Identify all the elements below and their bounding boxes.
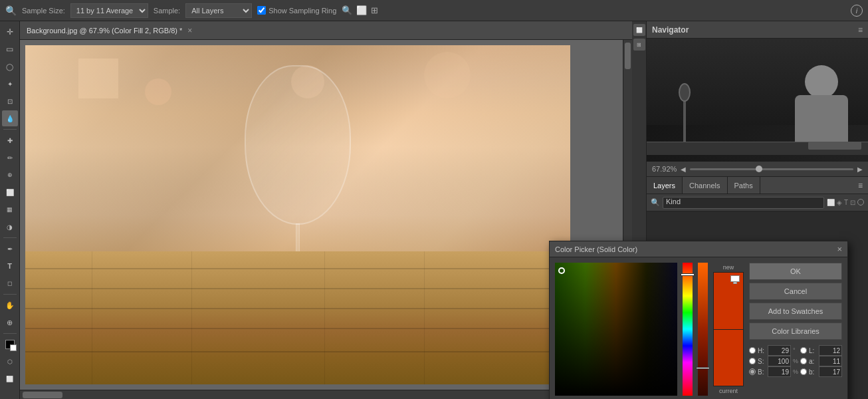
cancel-button[interactable]: Cancel bbox=[749, 283, 842, 300]
toolbar-icons: 🔍 ⬜ ⊞ bbox=[342, 5, 378, 15]
quick-mask-tool[interactable]: ⬡ bbox=[2, 354, 18, 370]
ok-button[interactable]: OK bbox=[749, 263, 842, 280]
move-tool[interactable]: ✛ bbox=[2, 24, 18, 40]
color-picker-close-button[interactable]: × bbox=[837, 244, 842, 254]
pen-tool[interactable]: ✒ bbox=[2, 241, 18, 257]
a-field-row: a: bbox=[800, 356, 842, 366]
canvas-image bbox=[25, 45, 570, 384]
text-tool[interactable]: T bbox=[2, 258, 18, 274]
filter-text-icon[interactable]: T bbox=[844, 199, 848, 206]
sample-select[interactable]: All Layers bbox=[185, 3, 252, 18]
canvas-content[interactable] bbox=[20, 40, 632, 399]
panel-icon-1[interactable]: ⬜ bbox=[633, 24, 645, 36]
crop-tool[interactable]: ⊡ bbox=[2, 93, 18, 109]
hue-slider[interactable] bbox=[683, 263, 693, 396]
info-icon[interactable]: i bbox=[851, 5, 863, 17]
hue-value[interactable] bbox=[768, 345, 791, 356]
panel-icon-2[interactable]: ⊞ bbox=[633, 39, 645, 51]
foreground-color[interactable] bbox=[2, 336, 18, 352]
filter-adjust-icon[interactable]: ◈ bbox=[837, 199, 842, 206]
a-value[interactable] bbox=[819, 356, 842, 366]
eyedropper-tool[interactable]: 💧 bbox=[2, 110, 18, 126]
show-sampling-ring-label[interactable]: Show Sampling Ring bbox=[257, 6, 336, 15]
wood-grain-4 bbox=[424, 251, 425, 384]
filter-smart-icon[interactable] bbox=[857, 199, 864, 205]
marquee-tool[interactable]: ▭ bbox=[2, 41, 18, 57]
filter-shape-icon[interactable]: ⊡ bbox=[850, 199, 855, 206]
nav-keyboard bbox=[808, 142, 861, 150]
color-libraries-button[interactable]: Color Libraries bbox=[749, 323, 842, 340]
b-field-row: b: bbox=[800, 366, 842, 377]
zoom-slider-thumb bbox=[756, 166, 762, 172]
opacity-slider[interactable] bbox=[698, 263, 708, 396]
l-label: L: bbox=[809, 347, 817, 354]
color-fields: H: ° S: % B: % bbox=[749, 345, 842, 377]
navigator-header: Navigator ≡ bbox=[647, 21, 868, 39]
horizontal-scroll-thumb[interactable] bbox=[23, 392, 62, 398]
hand-tool[interactable]: ✋ bbox=[2, 297, 18, 313]
search-toolbar-icon[interactable]: 🔍 bbox=[342, 5, 352, 15]
b2-value[interactable] bbox=[819, 366, 842, 377]
tool-divider-1 bbox=[3, 129, 17, 130]
kind-search-input[interactable]: Kind bbox=[663, 197, 824, 209]
nav-body bbox=[795, 95, 848, 148]
l-radio[interactable] bbox=[800, 347, 807, 354]
canvas-tab-close[interactable]: × bbox=[187, 26, 192, 35]
color-gradient-background bbox=[555, 263, 677, 396]
show-sampling-ring-checkbox[interactable] bbox=[257, 6, 266, 15]
zoom-slider-track[interactable] bbox=[690, 168, 853, 170]
arrange-icon[interactable]: ⊞ bbox=[371, 5, 378, 15]
canvas-area: Background.jpg @ 67.9% (Color Fill 2, RG… bbox=[20, 21, 632, 399]
navigator-menu-icon[interactable]: ≡ bbox=[858, 25, 863, 35]
zoom-plus-icon[interactable]: ▶ bbox=[857, 166, 863, 173]
vertical-scroll-thumb[interactable] bbox=[625, 43, 631, 69]
zoom-tool[interactable]: ⊕ bbox=[2, 315, 18, 331]
nav-mic-head bbox=[679, 83, 691, 102]
tool-divider-3 bbox=[3, 294, 17, 295]
quick-select-tool[interactable]: ✦ bbox=[2, 76, 18, 92]
tool-divider-2 bbox=[3, 237, 17, 238]
nav-head bbox=[805, 65, 838, 98]
filter-pixel-icon[interactable]: ⬜ bbox=[827, 199, 835, 206]
brightness-value[interactable] bbox=[768, 366, 791, 377]
lasso-tool[interactable]: ◯ bbox=[2, 59, 18, 74]
gradient-tool[interactable]: ▦ bbox=[2, 201, 18, 217]
brush-tool[interactable]: ✏ bbox=[2, 150, 18, 166]
eraser-tool[interactable]: ⬜ bbox=[2, 184, 18, 200]
nav-person-silhouette bbox=[788, 65, 855, 152]
color-picker-gradient-area[interactable] bbox=[555, 263, 677, 396]
tab-channels[interactable]: Channels bbox=[683, 177, 727, 194]
healing-tool[interactable]: ✚ bbox=[2, 132, 18, 148]
saturation-value[interactable] bbox=[768, 356, 791, 366]
wood-plank-5 bbox=[25, 351, 570, 352]
brightness-label: B: bbox=[758, 368, 766, 376]
wood-grain-2 bbox=[191, 251, 192, 384]
a-label: a: bbox=[809, 358, 817, 365]
color-picker-title: Color Picker (Solid Color) bbox=[555, 245, 637, 253]
saturation-field-row: S: % bbox=[749, 356, 798, 366]
screen-mode-tool[interactable]: ⬜ bbox=[2, 371, 18, 387]
wood-grain-1 bbox=[92, 251, 92, 384]
dodge-tool[interactable]: ◑ bbox=[2, 219, 18, 235]
b2-radio[interactable] bbox=[800, 368, 807, 375]
l-value[interactable] bbox=[819, 345, 842, 356]
tab-layers[interactable]: Layers bbox=[647, 177, 683, 194]
bokeh-circle-4 bbox=[424, 52, 471, 98]
color-picker-right-panel: OK Cancel Add to Swatches Color Librarie… bbox=[749, 263, 842, 396]
a-radio[interactable] bbox=[800, 358, 807, 364]
brightness-unit: % bbox=[793, 368, 798, 375]
add-to-swatches-button[interactable]: Add to Swatches bbox=[749, 303, 842, 320]
clone-tool[interactable]: ⊕ bbox=[2, 167, 18, 183]
tab-paths[interactable]: Paths bbox=[728, 177, 760, 194]
hue-radio[interactable] bbox=[749, 347, 756, 354]
shape-tool[interactable]: ◻ bbox=[2, 275, 18, 291]
layers-menu-button[interactable]: ≡ bbox=[853, 181, 868, 190]
saturation-radio[interactable] bbox=[749, 358, 756, 364]
left-toolbox: ✛ ▭ ◯ ✦ ⊡ 💧 ✚ ✏ ⊕ ⬜ ▦ ◑ ✒ T ◻ ✋ ⊕ ⬡ ⬜ bbox=[0, 21, 20, 399]
window-icon[interactable]: ⬜ bbox=[356, 5, 367, 15]
color-picker-title-bar: Color Picker (Solid Color) × bbox=[550, 241, 847, 257]
horizontal-scrollbar[interactable] bbox=[20, 390, 623, 399]
zoom-minus-icon[interactable]: ◀ bbox=[681, 166, 686, 173]
brightness-radio[interactable] bbox=[749, 368, 756, 375]
sample-size-select[interactable]: 11 by 11 Average bbox=[70, 3, 148, 18]
